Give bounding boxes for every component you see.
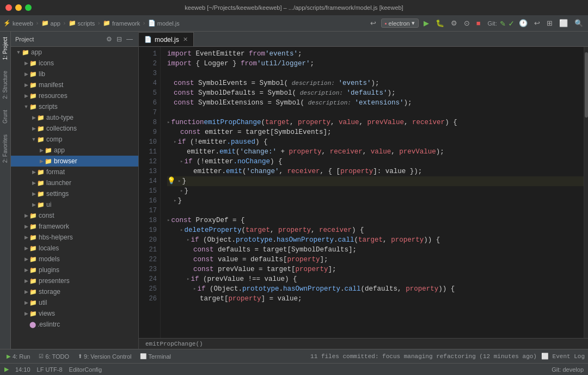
profile-button[interactable]: ⊙ [462,18,471,28]
breadcrumb-label-keeweb: keeweb [13,20,33,27]
tree-item-app[interactable]: ▼ 📁 app [11,47,138,58]
tree-item-icons[interactable]: ▶ 📁 icons [11,58,138,69]
scroll-thumb[interactable] [585,52,588,118]
search-button[interactable]: 🔍 [573,18,585,28]
sidebar-minimize-button[interactable]: — [125,34,134,44]
tab-model-js[interactable]: 📄 model.js ✕ [139,32,194,46]
run-button[interactable]: ▶ [422,18,431,28]
tree-item-comp-app[interactable]: ▶ 📁 app [11,145,138,156]
tree-label: comp [46,136,62,143]
minimize-button[interactable] [15,4,22,11]
tree-item-format[interactable]: ▶ 📁 format [11,167,138,177]
folder-icon: 📁 [29,93,37,100]
scrollbar[interactable] [584,47,588,338]
folder-icon: 📁 [22,49,29,56]
project-panel-tab[interactable]: 1: Project [0,32,10,65]
tree-item-browser[interactable]: ▶ 📁 browser [11,156,138,167]
todo-panel-button[interactable]: ☑ 6: TODO [35,352,72,361]
tree-item-views[interactable]: ▶ 📁 views [11,308,138,319]
breadcrumb-scripts[interactable]: 📁 scripts [69,20,95,27]
run-config-button[interactable]: ▪ electron ▾ [381,19,419,28]
tree-item-presenters[interactable]: ▶ 📁 presenters [11,275,138,286]
grunt-panel-tab[interactable]: Grunt [0,104,10,129]
git-status-text: Git: develop [552,366,584,373]
status-encoding[interactable]: LF UTF-8 [37,366,63,373]
coverage-button[interactable]: ⚙ [449,18,459,28]
window-button[interactable]: ⬜ [558,18,569,28]
tree-item-eslintrc[interactable]: ▶ ⬤ .eslintrc [11,319,138,330]
back-button[interactable]: ↩ [369,18,378,28]
code-line-2: import { Logger } from 'util/logger'; [167,59,584,69]
close-button[interactable] [5,4,12,11]
favorites-panel-tab[interactable]: 2: Favorites [0,129,10,168]
undo-button[interactable]: ↩ [532,18,542,28]
breadcrumb-keeweb[interactable]: ⚡ keeweb [3,20,33,27]
tree-item-hbs-helpers[interactable]: ▶ 📁 hbs-helpers [11,232,138,243]
tree-item-collections[interactable]: ▶ 📁 collections [11,123,138,134]
structure-panel-tab[interactable]: 2: Structure [0,65,10,104]
run-panel-label: 4: Run [13,353,30,360]
maximize-button[interactable] [25,4,32,11]
tree-item-plugins[interactable]: ▶ 📁 plugins [11,265,138,275]
git-history-button[interactable]: 🕐 [517,18,529,28]
chevron-down-icon: ▾ [412,20,415,27]
tree-item-models[interactable]: ▶ 📁 models [11,254,138,265]
status-git[interactable]: Git: develop [552,366,584,373]
breadcrumb-label-app: app [51,20,60,27]
traffic-lights [5,4,32,11]
code-content[interactable]: ▸▸ import EventEmitter from 'events'; im… [161,47,584,338]
tree-label: settings [46,190,69,198]
tab-close-button[interactable]: ✕ [183,36,188,43]
code-line-6: const SymbolExtensions = Symbol( descrip… [167,98,584,108]
code-line-26: target[property] = value; [167,294,584,304]
tree-item-locales[interactable]: ▶ 📁 locales [11,243,138,254]
tree-item-storage[interactable]: ▶ 📁 storage [11,286,138,297]
status-editor-config[interactable]: EditorConfig [69,366,102,373]
terminal-panel-button[interactable]: ⬜ Terminal [137,352,174,361]
tree-item-const[interactable]: ▶ 📁 const [11,210,138,221]
status-position[interactable]: 14:10 [15,366,30,373]
vcs-panel-button[interactable]: ⬆ 9: Version Control [75,352,134,361]
code-editor[interactable]: 1 2 3 4 5 6 7 8 9 10 11 12 13 14 15 16 1… [139,47,588,338]
folder-icon: 📁 [29,267,37,274]
folder-icon: 📁 [29,278,37,285]
folder-icon: 📁 [37,169,45,176]
file-tree: ▼ 📁 app ▶ 📁 icons ▶ 📁 lib ▶ 📁 manifest ▶ [11,47,138,349]
tree-item-launcher[interactable]: ▶ 📁 launcher [11,177,138,188]
tree-item-ui[interactable]: ▶ 📁 ui [11,199,138,210]
tab-label: model.js [155,36,179,44]
tree-label: app [54,146,65,154]
tree-item-auto-type[interactable]: ▶ 📁 auto-type [11,112,138,123]
vcs-icon: ⬆ [78,353,82,359]
tree-item-framework[interactable]: ▶ 📁 framework [11,221,138,232]
stop-button[interactable]: ■ [475,18,482,28]
tree-item-lib[interactable]: ▶ 📁 lib [11,69,138,79]
tree-item-resources[interactable]: ▶ 📁 resources [11,90,138,101]
tree-label: storage [39,288,60,296]
run-panel-icon: ▶ [7,353,11,359]
project-button[interactable]: ⊞ [545,18,554,28]
folder-icon: 📁 [29,288,37,296]
code-line-13: emitter.emit('change', receiver, { [prop… [167,167,584,176]
folder-icon: 📁 [29,82,37,89]
toolbar: ⚡ keeweb › 📁 app › 📁 scripts › 📁 framewo… [0,15,588,32]
breadcrumb-model[interactable]: 📄 model.js [148,20,180,27]
debug-button[interactable]: 🐛 [434,18,446,28]
tree-label: app [31,48,42,56]
status-message: 11 files committed: focus managing refac… [310,353,537,360]
breadcrumb-label-scripts: scripts [78,20,95,27]
keeweb-icon: ⚡ [3,20,11,27]
event-log-button[interactable]: ⬜ Event Log [541,353,585,360]
tree-label: launcher [46,179,71,187]
tree-item-scripts[interactable]: ▼ 📁 scripts [11,101,138,112]
tree-item-comp[interactable]: ▼ 📁 comp [11,134,138,145]
breadcrumb-framework[interactable]: 📁 framework [103,20,140,27]
sidebar-settings-button[interactable]: ⚙ [105,34,113,44]
run-panel-button[interactable]: ▶ 4: Run [3,352,33,361]
tree-item-util[interactable]: ▶ 📁 util [11,297,138,308]
sidebar-layout-button[interactable]: ⊟ [115,34,123,44]
tree-item-settings[interactable]: ▶ 📁 settings [11,188,138,199]
breadcrumb-app[interactable]: 📁 app [41,20,60,27]
statusbar: ▶ 14:10 LF UTF-8 EditorConfig Git: devel… [0,363,588,375]
tree-item-manifest[interactable]: ▶ 📁 manifest [11,79,138,90]
